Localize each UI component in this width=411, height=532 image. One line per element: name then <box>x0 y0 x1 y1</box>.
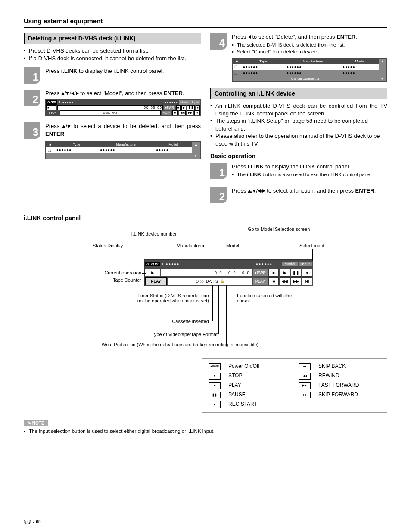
basic-step-1: 1 Press i.LINK to display the i.LINK con… <box>210 163 387 181</box>
step-number: 3 <box>24 122 40 139</box>
step-number: 2 <box>24 90 40 106</box>
bullet: If a D-VHS deck is connected, it cannot … <box>24 55 201 62</box>
basic-operation-heading: Basic operation <box>210 152 387 159</box>
play-icon: ▶ <box>209 382 221 389</box>
section-heading-delete: Deleting a preset D-VHS deck (i.LINK) <box>24 33 201 44</box>
rec-icon: ● <box>209 401 221 408</box>
page-number: 60 <box>36 520 40 524</box>
osd-control-panel: D VHS 1 Model Input ▶ 0 0 : 0 0 : 0 0 ● … <box>144 259 313 286</box>
osd-mini-panel: D VHS 1 Model Input ■ 0 0 : 0 0 : 0 0 ● … <box>45 99 201 116</box>
ilink-control-panel-diagram: Status Display i.LINK device number Manu… <box>24 225 387 358</box>
skip-forward-icon: ⏭ <box>299 392 311 398</box>
step-number: 1 <box>210 163 227 179</box>
fast-forward-icon: ▶▶ <box>299 382 311 389</box>
bullet: An i.LINK compatible D-VHS deck can be c… <box>210 102 387 117</box>
step-text: Press i.LINK to display the i.LINK contr… <box>232 163 387 181</box>
down-icon <box>66 92 69 95</box>
right-icon <box>76 92 79 95</box>
left-icon <box>71 92 74 95</box>
basic-step-2: 2 Press /// to select a function, and th… <box>210 187 387 203</box>
intro-bullets: Preset D-VHS decks can be selected from … <box>24 47 201 62</box>
sub-bullet: The i.LINK button is also used to exit t… <box>232 171 387 178</box>
panel-heading: i.LINK control panel <box>24 215 387 221</box>
step-text: Press / to select a device to be deleted… <box>45 122 201 159</box>
step-number: 2 <box>210 187 227 203</box>
osd-device-table: ■TypeManufacturerModel▲ ⬚ ▼ <box>45 141 201 160</box>
note-text: The input selection button is used to se… <box>24 428 387 435</box>
skip-back-icon: ⏮ <box>299 363 311 370</box>
section-heading-control: Controlling an i.LINK device <box>210 88 387 99</box>
osd-device-table-4: ■TypeManufacturerModel▲ ⬚ ⬚ Cancel Conne… <box>232 58 387 82</box>
bullet: Please also refer to the operation manua… <box>210 132 387 147</box>
up-icon <box>62 125 65 128</box>
step-4: 4 Press to select "Delete", and then pre… <box>210 33 387 82</box>
note-section: ✎ NOTE The input selection button is use… <box>24 419 387 435</box>
step-3: 3 Press / to select a device to be delet… <box>24 122 201 159</box>
page-title: Using external equipment <box>24 17 387 25</box>
down-icon <box>67 125 71 128</box>
left-icon <box>248 35 251 39</box>
divider <box>24 27 387 28</box>
step-2: 2 Press /// to select "Model", and then … <box>24 90 201 116</box>
down-icon <box>252 190 256 193</box>
bullet: Preset D-VHS decks can be selected from … <box>24 47 201 55</box>
left-icon <box>258 189 261 193</box>
step-text: Press to select "Delete", and then press… <box>232 33 387 82</box>
step-text: Press /// to select a function, and then… <box>232 187 387 195</box>
note-badge: ✎ NOTE <box>24 420 48 426</box>
step-text: Press /// to select "Model", and then pr… <box>45 90 201 116</box>
step-number: 1 <box>24 67 40 84</box>
pwr-icon: ● PWR <box>209 363 221 370</box>
up-icon <box>61 92 65 95</box>
step-1: 1 Press i.LINK to display the i.LINK con… <box>24 67 201 84</box>
sub-bullet: The selected D-VHS deck is deleted from … <box>232 42 387 49</box>
stop-icon: ■ <box>209 373 221 380</box>
step-number: 4 <box>210 33 227 50</box>
control-bullets: An i.LINK compatible D-VHS deck can be c… <box>210 102 387 147</box>
pause-icon: ❚❚ <box>209 392 221 398</box>
region-badge: US <box>24 520 31 524</box>
bullet: The steps in "i.LINK Setup" on page 58 n… <box>210 117 387 132</box>
button-legend: ● PWRPower On/Off ⏮SKIP BACK ■STOP ◀◀REW… <box>202 358 387 413</box>
rewind-icon: ◀◀ <box>299 373 311 380</box>
right-icon <box>262 189 265 193</box>
step-text: Press i.LINK to display the i.LINK contr… <box>45 67 201 75</box>
up-icon <box>248 190 251 193</box>
sub-bullet: Select "Cancel" to undelete a device. <box>232 49 387 56</box>
page-footer: US -60 <box>24 520 41 524</box>
